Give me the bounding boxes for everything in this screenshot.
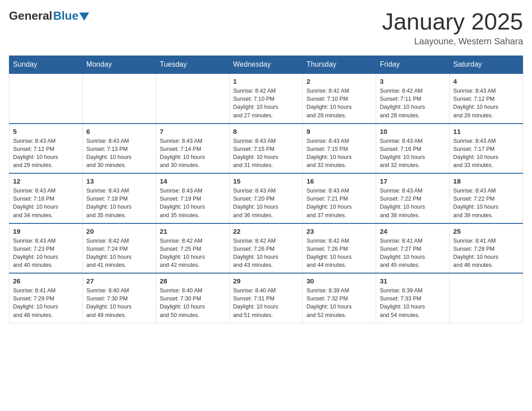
day-cell: 25Sunrise: 8:41 AMSunset: 7:28 PMDayligh…: [450, 223, 523, 274]
day-info: Sunrise: 8:43 AMSunset: 7:20 PMDaylight:…: [233, 187, 299, 219]
header-row: SundayMondayTuesdayWednesdayThursdayFrid…: [9, 56, 523, 74]
day-cell: 23Sunrise: 8:42 AMSunset: 7:26 PMDayligh…: [303, 223, 376, 274]
day-info: Sunrise: 8:40 AMSunset: 7:31 PMDaylight:…: [233, 287, 299, 319]
day-number: 2: [306, 77, 372, 85]
day-cell: 18Sunrise: 8:43 AMSunset: 7:22 PMDayligh…: [450, 173, 523, 223]
column-header-sunday: Sunday: [9, 56, 83, 74]
day-info: Sunrise: 8:40 AMSunset: 7:30 PMDaylight:…: [160, 287, 226, 319]
day-cell: [156, 73, 229, 124]
day-cell: 15Sunrise: 8:43 AMSunset: 7:20 PMDayligh…: [229, 173, 303, 223]
month-title: January 2025: [382, 9, 523, 34]
day-info: Sunrise: 8:42 AMSunset: 7:10 PMDaylight:…: [233, 87, 299, 120]
day-info: Sunrise: 8:43 AMSunset: 7:14 PMDaylight:…: [160, 137, 226, 170]
day-info: Sunrise: 8:43 AMSunset: 7:22 PMDaylight:…: [380, 187, 446, 219]
day-number: 3: [380, 77, 446, 85]
calendar-table: SundayMondayTuesdayWednesdayThursdayFrid…: [9, 56, 523, 323]
day-cell: 14Sunrise: 8:43 AMSunset: 7:19 PMDayligh…: [156, 173, 229, 223]
day-cell: 20Sunrise: 8:42 AMSunset: 7:24 PMDayligh…: [82, 223, 156, 274]
day-cell: 16Sunrise: 8:43 AMSunset: 7:21 PMDayligh…: [303, 173, 376, 223]
day-info: Sunrise: 8:40 AMSunset: 7:30 PMDaylight:…: [86, 287, 152, 319]
day-info: Sunrise: 8:43 AMSunset: 7:13 PMDaylight:…: [86, 137, 152, 170]
day-number: 1: [233, 77, 299, 85]
week-row-2: 5Sunrise: 8:43 AMSunset: 7:12 PMDaylight…: [9, 124, 523, 174]
day-info: Sunrise: 8:43 AMSunset: 7:18 PMDaylight:…: [13, 187, 79, 219]
day-info: Sunrise: 8:43 AMSunset: 7:16 PMDaylight:…: [380, 137, 446, 170]
day-cell: 29Sunrise: 8:40 AMSunset: 7:31 PMDayligh…: [229, 273, 303, 323]
day-info: Sunrise: 8:43 AMSunset: 7:21 PMDaylight:…: [306, 187, 372, 219]
column-header-saturday: Saturday: [450, 56, 523, 74]
day-info: Sunrise: 8:42 AMSunset: 7:24 PMDaylight:…: [86, 237, 152, 270]
day-cell: 24Sunrise: 8:41 AMSunset: 7:27 PMDayligh…: [376, 223, 450, 274]
day-info: Sunrise: 8:41 AMSunset: 7:27 PMDaylight:…: [380, 237, 446, 270]
week-row-5: 26Sunrise: 8:41 AMSunset: 7:29 PMDayligh…: [9, 273, 523, 323]
day-info: Sunrise: 8:39 AMSunset: 7:32 PMDaylight:…: [306, 287, 372, 319]
day-number: 30: [306, 277, 372, 285]
page-header: General Blue January 2025 Laayoune, West…: [9, 9, 523, 47]
day-number: 23: [306, 227, 372, 235]
day-cell: 7Sunrise: 8:43 AMSunset: 7:14 PMDaylight…: [156, 124, 229, 174]
day-number: 20: [86, 227, 152, 235]
day-number: 26: [13, 277, 79, 285]
day-number: 25: [453, 227, 519, 235]
column-header-wednesday: Wednesday: [229, 56, 303, 74]
day-cell: 11Sunrise: 8:43 AMSunset: 7:17 PMDayligh…: [450, 124, 523, 174]
day-number: 28: [160, 277, 226, 285]
day-info: Sunrise: 8:43 AMSunset: 7:17 PMDaylight:…: [453, 137, 519, 170]
day-cell: 8Sunrise: 8:43 AMSunset: 7:15 PMDaylight…: [229, 124, 303, 174]
day-number: 9: [306, 128, 372, 135]
day-number: 14: [160, 177, 226, 185]
day-number: 17: [380, 177, 446, 185]
day-cell: 4Sunrise: 8:43 AMSunset: 7:12 PMDaylight…: [450, 73, 523, 124]
day-cell: 27Sunrise: 8:40 AMSunset: 7:30 PMDayligh…: [82, 273, 156, 323]
day-number: 27: [86, 277, 152, 285]
location-title: Laayoune, Western Sahara: [382, 36, 523, 47]
day-number: 21: [160, 227, 226, 235]
day-info: Sunrise: 8:43 AMSunset: 7:15 PMDaylight:…: [306, 137, 372, 170]
day-number: 15: [233, 177, 299, 185]
day-info: Sunrise: 8:39 AMSunset: 7:33 PMDaylight:…: [380, 287, 446, 319]
day-cell: 30Sunrise: 8:39 AMSunset: 7:32 PMDayligh…: [303, 273, 376, 323]
day-cell: 10Sunrise: 8:43 AMSunset: 7:16 PMDayligh…: [376, 124, 450, 174]
day-info: Sunrise: 8:43 AMSunset: 7:23 PMDaylight:…: [13, 237, 79, 270]
logo-triangle-icon: [79, 13, 89, 21]
day-info: Sunrise: 8:43 AMSunset: 7:12 PMDaylight:…: [453, 87, 519, 120]
title-section: January 2025 Laayoune, Western Sahara: [382, 9, 523, 47]
day-cell: 6Sunrise: 8:43 AMSunset: 7:13 PMDaylight…: [82, 124, 156, 174]
day-info: Sunrise: 8:43 AMSunset: 7:22 PMDaylight:…: [453, 187, 519, 219]
column-header-tuesday: Tuesday: [156, 56, 229, 74]
day-number: 18: [453, 177, 519, 185]
day-cell: 12Sunrise: 8:43 AMSunset: 7:18 PMDayligh…: [9, 173, 83, 223]
day-info: Sunrise: 8:42 AMSunset: 7:11 PMDaylight:…: [380, 87, 446, 120]
day-info: Sunrise: 8:42 AMSunset: 7:26 PMDaylight:…: [233, 237, 299, 270]
day-cell: 5Sunrise: 8:43 AMSunset: 7:12 PMDaylight…: [9, 124, 83, 174]
day-info: Sunrise: 8:43 AMSunset: 7:19 PMDaylight:…: [160, 187, 226, 219]
day-info: Sunrise: 8:42 AMSunset: 7:26 PMDaylight:…: [306, 237, 372, 270]
day-cell: [450, 273, 523, 323]
day-cell: 17Sunrise: 8:43 AMSunset: 7:22 PMDayligh…: [376, 173, 450, 223]
logo: General Blue: [9, 9, 89, 23]
day-cell: 9Sunrise: 8:43 AMSunset: 7:15 PMDaylight…: [303, 124, 376, 174]
logo-blue: Blue: [53, 9, 78, 23]
day-cell: 3Sunrise: 8:42 AMSunset: 7:11 PMDaylight…: [376, 73, 450, 124]
svg-marker-0: [79, 13, 89, 21]
day-cell: 2Sunrise: 8:42 AMSunset: 7:10 PMDaylight…: [303, 73, 376, 124]
day-cell: 28Sunrise: 8:40 AMSunset: 7:30 PMDayligh…: [156, 273, 229, 323]
day-cell: 19Sunrise: 8:43 AMSunset: 7:23 PMDayligh…: [9, 223, 83, 274]
day-cell: 13Sunrise: 8:43 AMSunset: 7:18 PMDayligh…: [82, 173, 156, 223]
day-number: 11: [453, 128, 519, 135]
day-info: Sunrise: 8:41 AMSunset: 7:28 PMDaylight:…: [453, 237, 519, 270]
day-number: 16: [306, 177, 372, 185]
week-row-1: 1Sunrise: 8:42 AMSunset: 7:10 PMDaylight…: [9, 73, 523, 124]
day-info: Sunrise: 8:42 AMSunset: 7:10 PMDaylight:…: [306, 87, 372, 120]
day-number: 13: [86, 177, 152, 185]
column-header-friday: Friday: [376, 56, 450, 74]
day-number: 29: [233, 277, 299, 285]
day-cell: [82, 73, 156, 124]
column-header-thursday: Thursday: [303, 56, 376, 74]
day-number: 4: [453, 77, 519, 85]
day-info: Sunrise: 8:43 AMSunset: 7:12 PMDaylight:…: [13, 137, 79, 170]
day-number: 31: [380, 277, 446, 285]
day-number: 22: [233, 227, 299, 235]
logo-general: General: [9, 9, 52, 23]
day-info: Sunrise: 8:43 AMSunset: 7:15 PMDaylight:…: [233, 137, 299, 170]
